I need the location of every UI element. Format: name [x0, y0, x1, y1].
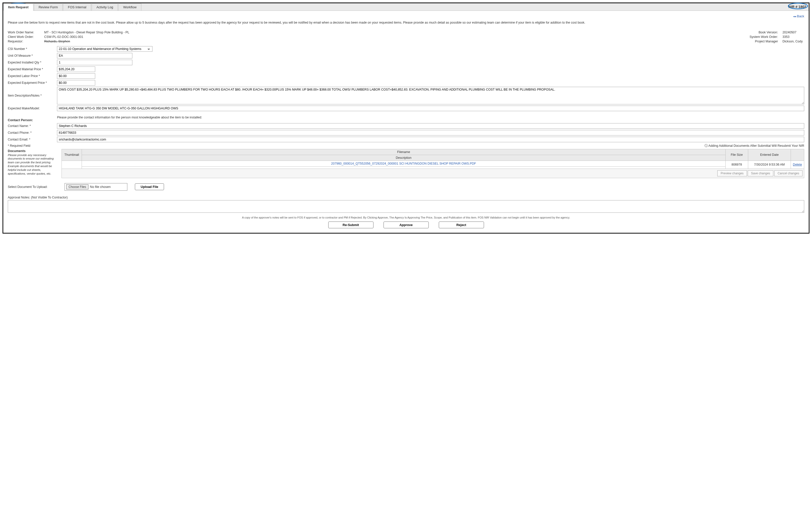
resubmit-button[interactable]: Re-Submit — [328, 221, 373, 228]
tab-fos-internal[interactable]: FOS Internal — [63, 4, 91, 11]
client-work-order-label: Client Work Order: — [8, 35, 44, 39]
content-area: Back Please use the below form to reques… — [3, 11, 809, 233]
app-frame: Item Request Review Form FOS Internal Ac… — [3, 3, 809, 233]
header-row: Work Order Name: MT - SCI Huntingdon - D… — [8, 30, 804, 44]
required-note: * Required Field — [8, 144, 30, 148]
instructions-text: Please use the below form to request new… — [8, 21, 804, 25]
uom-label: Unit Of Measure * — [8, 54, 57, 57]
requestor-value: Richards, Stephen — [44, 39, 131, 44]
system-work-order-value: 3353 — [782, 35, 804, 39]
exp-equip-input[interactable] — [57, 80, 95, 86]
nir-number: NIR # 1802 — [788, 5, 806, 9]
col-description: Description — [82, 155, 726, 161]
table-row-desc — [62, 166, 804, 169]
col-thumbnail: Thumbnail — [62, 149, 82, 161]
book-version-label: Book Version: — [746, 30, 782, 35]
col-filename: Filename — [82, 149, 726, 155]
preview-changes-button[interactable]: Preview changes — [717, 170, 747, 176]
tab-bar: Item Request Review Form FOS Internal Ac… — [3, 3, 809, 11]
col-actions — [791, 149, 804, 161]
work-order-name-label: Work Order Name: — [8, 30, 44, 35]
tab-item-request[interactable]: Item Request — [3, 4, 33, 11]
contact-phone-input[interactable] — [57, 130, 804, 136]
no-file-text: No file chosen — [90, 185, 111, 189]
approve-button[interactable]: Approve — [383, 221, 429, 228]
project-manager-label: Project Manager — [746, 39, 782, 44]
approval-notes-textarea[interactable] — [8, 200, 804, 213]
cell-filename[interactable]: 207960_000014_QT552056_07292024_000001 S… — [82, 161, 726, 166]
csi-number-label: CSI Number * — [8, 47, 57, 51]
choose-files-button[interactable]: Choose Files — [66, 184, 88, 189]
exp-equip-label: Expected Equipment Price * — [8, 81, 57, 85]
col-filesize: File Size — [725, 149, 748, 161]
cell-description — [82, 166, 726, 169]
project-manager-value: Dickson, Cody — [782, 39, 804, 44]
table-header-row: Thumbnail Filename File Size Entered Dat… — [62, 149, 804, 155]
save-changes-button[interactable]: Save changes — [748, 170, 773, 176]
cell-thumbnail — [62, 161, 82, 169]
exp-labor-label: Expected Labor Price * — [8, 74, 57, 78]
tab-review-form[interactable]: Review Form — [34, 4, 63, 11]
file-chooser[interactable]: Choose Files No file chosen — [65, 183, 127, 191]
exp-qty-label: Expected Installed Qty * — [8, 61, 57, 64]
cancel-changes-button[interactable]: Cancel changes — [774, 170, 802, 176]
documents-footer: Preview changes Save changes Cancel chan… — [62, 169, 804, 178]
documents-heading: Documents — [8, 149, 26, 153]
approval-footnote: A copy of the approver's notes will be s… — [8, 216, 804, 219]
client-work-order-value: CSW-PL-02-DOC-3001-001 — [44, 35, 131, 39]
col-entered: Entered Date — [748, 149, 791, 161]
exp-material-input[interactable] — [57, 66, 95, 72]
tab-workflow[interactable]: Workflow — [118, 4, 141, 11]
work-order-name-value: MT - SCI Huntingdon - Diesel Repair Shop… — [44, 30, 131, 35]
csi-number-select[interactable]: 22-01-10 Operation and Maintenance of Pl… — [57, 46, 152, 52]
tab-activity-log[interactable]: Activity Log — [92, 4, 118, 11]
book-version-value: 20240507 — [782, 30, 804, 35]
table-row: 207960_000014_QT552056_07292024_000001 S… — [62, 161, 804, 166]
exp-qty-input[interactable] — [57, 60, 132, 65]
reject-button[interactable]: Reject — [439, 221, 484, 228]
exp-make-label: Expected Make/Model: — [8, 107, 57, 110]
cell-filesize: 806978 — [725, 161, 748, 169]
item-desc-textarea[interactable] — [57, 87, 804, 104]
documents-table: Thumbnail Filename File Size Entered Dat… — [62, 149, 804, 169]
contact-email-label: Contact Email: * — [8, 138, 57, 141]
delete-link[interactable]: Delete — [793, 163, 802, 166]
resubmit-note: Adding Additional Documents After Submit… — [704, 144, 804, 148]
system-work-order-label: System Work Order: — [746, 35, 782, 39]
contact-name-input[interactable] — [57, 123, 804, 129]
contact-section-label: Contact Person: — [8, 118, 57, 122]
back-link[interactable]: Back — [793, 14, 804, 18]
table-header-row2: Description — [62, 155, 804, 161]
contact-name-label: Contact Name: * — [8, 124, 57, 128]
requestor-label: Requestor: — [8, 39, 44, 44]
exp-labor-input[interactable] — [57, 73, 95, 79]
upload-file-button[interactable]: Upload File — [135, 183, 164, 190]
exp-material-label: Expected Material Price * — [8, 67, 57, 71]
approval-notes-label: Approval Notes: (Not Visible To Contract… — [8, 196, 804, 199]
cell-entered: 7/30/2024 9:53:36 AM — [748, 161, 791, 169]
contact-instruction: Please provide the contact information f… — [57, 116, 202, 119]
contact-email-input[interactable] — [57, 137, 804, 142]
contact-phone-label: Contact Phone: * — [8, 131, 57, 135]
upload-label: Select Document To Upload: — [8, 185, 57, 189]
exp-make-input[interactable] — [57, 106, 804, 111]
documents-description: Please provide any necessary documents t… — [8, 153, 57, 176]
uom-input[interactable] — [57, 53, 132, 58]
item-desc-label: Item Description/Notes * — [8, 87, 57, 97]
